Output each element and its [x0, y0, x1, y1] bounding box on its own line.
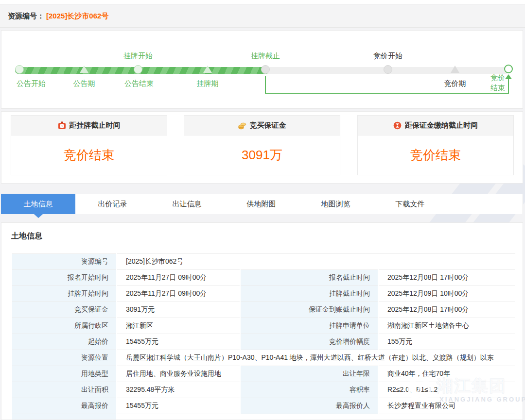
tab-transfer-info[interactable]: 出让信息: [150, 194, 224, 214]
auction-timeline: 挂牌开始 挂牌截止 竞价开始 公告开始 公告期 公告结束 挂牌期 竞价期 竞价结…: [1, 30, 523, 109]
row-label: 容积率: [240, 382, 378, 398]
timeline-node-bidding-end-icon: [504, 65, 513, 73]
timeline-label-listing-deadline: 挂牌截止: [251, 51, 280, 61]
timeline-label-bidding-end: 竞价结束: [489, 72, 507, 93]
row-value: 2025年11月27日 09时00分: [117, 270, 240, 286]
row-label: 挂牌截止时间: [240, 286, 378, 302]
tab-map-browse[interactable]: 地图浏览: [298, 194, 373, 214]
timeline-bracket-line: [508, 79, 509, 94]
row-label: 用地类型: [12, 366, 117, 382]
table-row: 最高报价 15455万元 最高报价人 长沙梦程置业有限公司: [12, 398, 515, 414]
row-label: 报名截止时间: [240, 270, 378, 286]
row-value: 2025年12月08日 17时00分: [378, 302, 515, 318]
row-label: 出让面积: [12, 382, 117, 398]
row-label: 最高报价人: [240, 398, 378, 414]
row-value: 2025年12月09日 10时00分: [378, 286, 515, 302]
row-value: [2025]长沙市062号: [117, 254, 515, 270]
timeline-node-announce-period-icon: [80, 66, 88, 73]
timeline-node-bidding-period-icon: [451, 66, 459, 73]
row-value: 15455万元: [117, 334, 240, 350]
row-value: 居住用地、商业服务业设施用地: [117, 366, 240, 382]
table-row: 资源编号 [2025]长沙市062号: [12, 254, 515, 270]
timeline-label-bidding-period: 竞价期: [444, 79, 466, 88]
card-title: 距挂牌截止时间: [70, 121, 121, 130]
row-label: 所属行政区: [12, 318, 117, 334]
card-listing-deadline: 距挂牌截止时间 竞价结束: [11, 115, 167, 175]
row-label: 竞价增价幅度: [240, 334, 378, 350]
card-title: 竞买保证金: [250, 121, 286, 130]
table-row: 竞买保证金 3091万元 保证金到账截止时间 2025年12月08日 17时00…: [12, 302, 515, 318]
section-title: 土地信息: [11, 231, 42, 241]
row-label: 保证金到账截止时间: [240, 302, 378, 318]
resource-number-value: [2025]长沙市062号: [46, 12, 108, 20]
table-row: 起始价 15455万元 竞价增价幅度 155万元: [12, 334, 515, 350]
card-value: 3091万: [184, 135, 340, 175]
card-deposit-deadline: 距保证金缴纳截止时间 竞价结束: [357, 115, 514, 175]
tab-supply-maps[interactable]: 供地附图: [224, 194, 298, 214]
table-row: 所属行政区 湘江新区 挂牌申请单位 湖南湘江新区土地储备中心: [12, 318, 515, 334]
timeline-label-announce-end: 公告结束: [124, 79, 154, 88]
tab-download-files[interactable]: 下载文件: [373, 194, 447, 214]
table-row: 挂牌开始时间 2025年11月27日 09时00分 挂牌截止时间 2025年12…: [12, 286, 515, 302]
hourglass-icon: [393, 121, 402, 130]
row-value: 155万元: [378, 334, 515, 350]
row-label: [12, 414, 117, 420]
tab-bar: 土地信息 出价记录 出让信息 供地附图 地图浏览 下载文件: [1, 194, 523, 214]
row-value: 湖南湘江新区土地储备中心: [378, 318, 515, 334]
row-label: 挂牌申请单位: [240, 318, 378, 334]
row-value: [117, 414, 515, 420]
row-value: 15455万元: [117, 398, 240, 414]
timeline-node-listing-period-icon: [203, 66, 212, 73]
timeline-label-bidding-start: 竞价开始: [373, 51, 402, 61]
card-title: 距保证金缴纳截止时间: [405, 121, 478, 130]
row-value: 2025年12月08日 17时00分: [378, 270, 515, 286]
row-value: 湘江新区: [117, 318, 240, 334]
timeline-label-announce-period: 公告期: [73, 79, 95, 88]
table-row: 报名开始时间 2025年11月27日 09时00分 报名截止时间 2025年12…: [12, 270, 515, 286]
table-row: 出让面积 32295.48平方米 容积率 R2≤2.0、B1≤1.2: [12, 382, 515, 398]
resource-number-label: 资源编号：: [8, 12, 44, 20]
timeline-label-announce-start: 公告开始: [17, 79, 46, 88]
resource-number-bar: 资源编号：[2025]长沙市062号: [0, 4, 525, 28]
summary-cards-section: 距挂牌截止时间 竞价结束 竞买保证金 3091万 距保证金缴纳截止时间 竞价结束: [1, 111, 523, 184]
card-bid-deposit: 竞买保证金 3091万: [184, 115, 340, 175]
row-label: 出让年限: [240, 366, 378, 382]
row-value: 长沙梦程置业有限公司: [378, 398, 515, 414]
land-info-panel: 土地信息 资源编号 [2025]长沙市062号 报名开始时间 2025年11月2…: [1, 222, 523, 420]
row-label: 最高报价: [12, 398, 117, 414]
alarm-clock-icon: [58, 121, 66, 130]
row-label: 挂牌开始时间: [12, 286, 117, 302]
timeline-node-bidding-start-icon: [384, 65, 392, 74]
timeline-label-listing-start: 挂牌开始: [123, 51, 153, 61]
land-info-table: 资源编号 [2025]长沙市062号 报名开始时间 2025年11月27日 09…: [11, 253, 515, 420]
timeline-node-announce-end-icon: [134, 65, 142, 74]
row-value: 32295.48平方米: [117, 382, 240, 398]
top-white-strip: [0, 0, 525, 4]
timeline-node-announce-start-icon: [15, 65, 24, 74]
row-value: 3091万元: [117, 302, 240, 318]
card-value: 竞价结束: [11, 135, 167, 175]
row-value: 岳麓区湘江科学城（大王山南片）P10-A30、P10-A41 地块，潭州大道以西…: [117, 350, 515, 366]
timeline-node-listing-deadline-icon: [261, 65, 270, 74]
row-value: R2≤2.0、B1≤1.2: [378, 382, 515, 398]
table-row-partial: [12, 414, 515, 420]
timeline-bracket-line: [265, 76, 266, 94]
row-label: 报名开始时间: [12, 270, 117, 286]
table-row: 用地类型 居住用地、商业服务业设施用地 出让年限 商业40年，住宅70年: [12, 366, 515, 382]
row-label: 起始价: [12, 334, 117, 350]
coins-icon: [238, 121, 246, 130]
tab-bid-records[interactable]: 出价记录: [75, 194, 150, 214]
timeline-label-listing-period: 挂牌期: [197, 79, 219, 88]
row-label: 竞买保证金: [12, 302, 117, 318]
row-label: 资源编号: [12, 254, 117, 270]
row-value: 2025年11月27日 09时00分: [117, 286, 240, 302]
tab-land-info[interactable]: 土地信息: [1, 194, 75, 214]
row-label: 资源位置: [12, 350, 117, 366]
row-value: 商业40年，住宅70年: [378, 366, 515, 382]
timeline-bracket-line: [265, 93, 509, 94]
table-row: 资源位置 岳麓区湘江科学城（大王山南片）P10-A30、P10-A41 地块，潭…: [12, 350, 515, 366]
card-value: 竞价结束: [358, 135, 513, 175]
